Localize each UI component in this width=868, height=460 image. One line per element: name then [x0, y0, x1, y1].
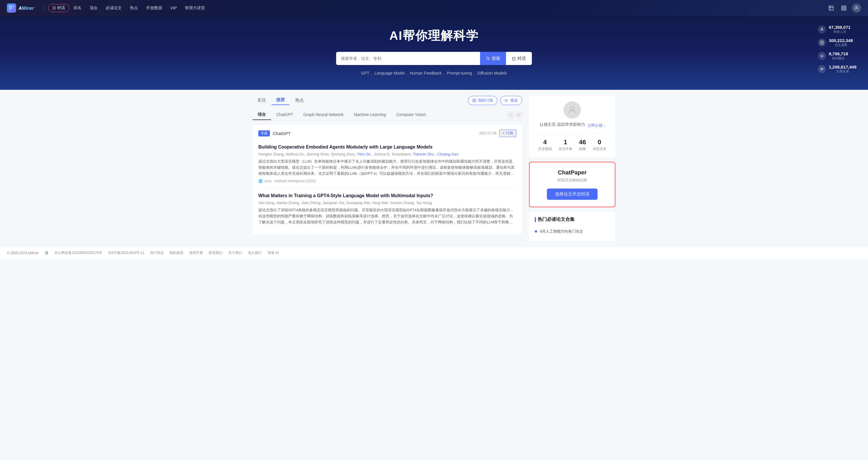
chatpaper-open-button[interactable]: 选择论文开启对话 — [547, 189, 597, 200]
article-item-1: Building Cooperative Embodied Agents Mod… — [258, 139, 516, 188]
hero-title: AI帮你理解科学 — [0, 28, 868, 44]
sub-tab-gnn[interactable]: Graph Neural Network — [298, 110, 348, 120]
nav-item-lecture[interactable]: 智谱大讲堂 — [181, 4, 209, 12]
logo-icon — [7, 3, 16, 13]
article-section: 专题 ChatGPT 2023.07.06 + 订阅 Building Coop… — [253, 125, 522, 235]
article-title-1[interactable]: Building Cooperative Embodied Agents Mod… — [258, 144, 516, 150]
nav-item-vip[interactable]: VIP — [166, 4, 181, 12]
nav-item-rank[interactable]: 排名 — [69, 4, 86, 12]
tab-hot[interactable]: 热点 — [290, 96, 308, 105]
svg-rect-5 — [9, 9, 10, 10]
footer-link-zhipu[interactable]: 智谱.AI — [268, 251, 279, 255]
nav-item-papers[interactable]: 必读论文 — [102, 4, 126, 12]
sub-tab-prev[interactable]: ‹ — [507, 111, 514, 118]
svg-point-27 — [570, 106, 574, 110]
hot-tag-dm[interactable]: Diffusion Models — [477, 71, 507, 75]
sub-tab-chatgpt[interactable]: ChatGPT — [271, 110, 298, 120]
section-header: 专题 ChatGPT 2023.07.06 + 订阅 — [258, 130, 516, 137]
svg-rect-2 — [13, 6, 14, 7]
hot-paper-title-1: 6月人工智能方向热门论文 — [540, 229, 583, 234]
author-highlight-1[interactable]: Yilun Du — [357, 152, 371, 156]
footer-beian[interactable]: 京公网安备11010802035176号 — [55, 251, 102, 255]
push-button[interactable]: 推送 — [500, 96, 522, 105]
footer-link-agreement[interactable]: 用户协议 — [150, 251, 164, 255]
article-abstract-2: 该论文指出了训练GPT4风格的多模态语言模型所面临的问题。尽管最近的大型语言模型… — [258, 207, 516, 225]
search-input[interactable] — [341, 56, 475, 61]
nav-item-hot[interactable]: 热点 — [126, 4, 142, 12]
section-date: 2023.07.06 — [479, 131, 496, 135]
sub-tab-next[interactable]: › — [515, 111, 522, 118]
profile-claim-link[interactable]: 立即认领 › — [588, 123, 605, 128]
hot-tag-hf[interactable]: Human Feedback， — [410, 71, 446, 75]
tab-recommend[interactable]: 推荐 — [272, 96, 289, 105]
user-avatar[interactable] — [852, 3, 861, 13]
pstat-history: 0 浏览历史 — [593, 138, 607, 152]
profile-avatar — [564, 101, 581, 119]
hot-papers-title: 热门必读论文合集 — [535, 217, 610, 223]
tab-follow[interactable]: 关注 — [253, 96, 271, 105]
footer-link-about[interactable]: 关于我们 — [228, 251, 242, 255]
hero-section: AI帮你理解科学 搜索 ⊡ 对话 GPT， Language Model， Hu… — [0, 16, 868, 90]
nav-item-conf[interactable]: 顶会 — [86, 4, 102, 12]
researcher-icon — [818, 25, 826, 33]
grid-icon[interactable] — [839, 3, 848, 13]
nav-item-data[interactable]: 开放数据 — [142, 4, 166, 12]
sub-tab-ml[interactable]: Machine Learning — [349, 110, 391, 120]
sub-tabs-row: 综合 ChatGPT Graph Neural Network Machine … — [253, 110, 522, 120]
nav-right-area — [827, 3, 861, 13]
action-buttons: 我的订阅 推送 — [468, 96, 522, 105]
nav-item-dialog[interactable]: ⊡对话 — [48, 4, 69, 12]
article-abstract-1: 该论文指出大型语言模型（LLM）在单智能体任务中展示了令人印象深刻的规划能力，然… — [258, 159, 516, 176]
globe-icon: 🌐 — [258, 179, 262, 183]
hot-tags: GPT， Language Model， Human Feedback， Pro… — [0, 71, 868, 76]
chat-button[interactable]: ⊡ 对话 — [506, 52, 532, 65]
hot-tag-lm[interactable]: Language Model， — [374, 71, 408, 75]
translate-icon[interactable] — [827, 3, 836, 13]
hot-papers-card: 热门必读论文合集 6月人工智能方向热门论文 — [529, 212, 615, 241]
citation-icon — [818, 65, 826, 73]
svg-point-14 — [822, 28, 823, 29]
sub-tab-cv[interactable]: Computer Vision — [391, 110, 431, 120]
pstat-favorites: 46 收藏 — [579, 138, 586, 152]
article-title-2[interactable]: What Matters in Training a GPT4-Style La… — [258, 193, 516, 199]
profile-stats: 4 关注领域 1 关注学者 46 收藏 0 浏览历史 — [535, 134, 610, 152]
footer-link-join[interactable]: 加入我们 — [248, 251, 262, 255]
search-input-wrap[interactable] — [336, 52, 480, 65]
stat-researchers: 67,358,071 科研人员 — [818, 25, 857, 34]
sub-tab-all[interactable]: 综合 — [253, 110, 271, 120]
svg-rect-10 — [844, 9, 846, 10]
article-source-1: arxiv · Artificial Intelligence (2023) — [265, 179, 316, 183]
hot-tag-gpt[interactable]: GPT， — [361, 71, 374, 75]
hot-dot-1 — [535, 230, 537, 233]
footer-link-contact[interactable]: 联系我们 — [209, 251, 223, 255]
my-subscription-button[interactable]: 我的订阅 — [468, 96, 497, 105]
chatpaper-title: ChatPaper — [535, 169, 609, 176]
svg-rect-8 — [844, 6, 846, 8]
subscribe-button[interactable]: + 订阅 — [499, 130, 516, 137]
svg-point-12 — [487, 57, 489, 59]
svg-rect-4 — [11, 7, 12, 9]
logo-area[interactable]: AMiner — [7, 3, 34, 13]
pstat-domains: 4 关注领域 — [538, 138, 552, 152]
stats-panel: 67,358,071 科研人员 300,222,348 论文成果 — [818, 25, 857, 74]
top-navigation: AMiner ⊡对话 排名 顶会 必读论文 热点 开放数据 VIP 智谱大讲堂 — [0, 0, 868, 16]
main-tabs-row: 关注 推荐 热点 我的订阅 推送 — [253, 96, 522, 105]
author-highlight-2[interactable]: Tianmin Shu — [413, 152, 434, 156]
profile-card: 认领主页,追踪学术影响力 立即认领 › 4 关注领域 1 关注学者 46 收藏 — [529, 96, 615, 157]
article-authors-1: Hongxin Zhang, Weihua Du, Jiaming Shan, … — [258, 152, 516, 156]
author-highlight-3[interactable]: Chuang Gan — [437, 152, 459, 156]
hot-paper-item-1[interactable]: 6月人工智能方向热门论文 — [535, 227, 610, 236]
stat-concepts: 8,796,718 知识概念 — [818, 51, 857, 61]
logo-text: AMiner — [19, 5, 34, 11]
footer-icp[interactable]: 京ICP备20011824号-11 — [108, 251, 145, 255]
article-footer-1: 🌐 arxiv · Artificial Intelligence (2023) — [258, 179, 516, 183]
footer-link-privacy[interactable]: 隐私政策 — [169, 251, 183, 255]
profile-claim-text: 认领主页,追踪学术影响力 — [540, 122, 585, 127]
search-button[interactable]: 搜索 — [480, 52, 506, 65]
left-column: 关注 推荐 热点 我的订阅 推送 — [253, 96, 522, 241]
footer-link-manual[interactable]: 使用手册 — [189, 251, 203, 255]
section-tag: 专题 — [258, 130, 270, 136]
right-column: 认领主页,追踪学术影响力 立即认领 › 4 关注领域 1 关注学者 46 收藏 — [529, 96, 615, 241]
hot-tag-pt[interactable]: Prompt-tuning， — [447, 71, 476, 75]
main-content: 关注 推荐 热点 我的订阅 推送 — [247, 90, 621, 247]
